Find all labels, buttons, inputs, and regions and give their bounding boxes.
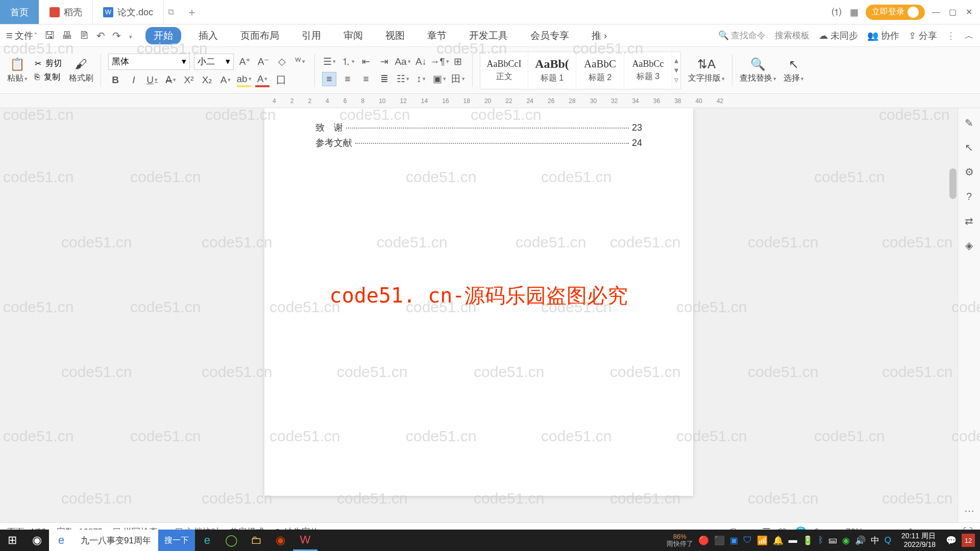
document-area[interactable]: 致 谢23 参考文献24 code51. cn-源码乐园盗图必究 <box>0 108 958 522</box>
tray-gpu-icon[interactable]: ▬ <box>789 535 797 545</box>
cursor-side-icon[interactable]: ↖ <box>963 141 976 154</box>
collab-button[interactable]: 👥 协作 <box>867 30 899 42</box>
task-browser-icon[interactable]: ◯ <box>219 530 244 551</box>
document-page[interactable]: 致 谢23 参考文献24 code51. cn-源码乐园盗图必究 <box>264 108 693 496</box>
style-expand-icon[interactable]: ▿ <box>674 75 678 85</box>
close-button[interactable]: ✕ <box>964 7 974 17</box>
ribbon-help-icon[interactable]: ⋮ <box>946 30 955 41</box>
scrollbar-thumb[interactable] <box>949 168 957 199</box>
tray-shield-icon[interactable]: 🛡 <box>743 535 752 545</box>
style-up-icon[interactable]: ▴ <box>674 56 678 65</box>
notification-badge[interactable]: 12 <box>962 534 975 547</box>
shrink-font-button[interactable]: A⁻ <box>256 55 271 69</box>
qat-preview-icon[interactable]: 🖹 <box>79 30 89 42</box>
align-left-button[interactable]: ≡ <box>322 72 336 86</box>
superscript-button[interactable]: X² <box>182 73 196 87</box>
line-spacing-button[interactable]: ↕ <box>414 72 428 86</box>
taskbar-search[interactable]: e 九一八事变91周年 搜一下 <box>49 530 195 551</box>
login-button[interactable]: 立即登录 <box>866 5 925 20</box>
tab-more[interactable]: 推 › <box>586 27 612 44</box>
tab-devtools[interactable]: 开发工具 <box>464 27 513 44</box>
start-button[interactable]: ⊞ <box>0 530 24 551</box>
format-painter-button[interactable]: 🖌格式刷 <box>69 57 93 84</box>
tray-bluetooth-icon[interactable]: ᛒ <box>818 535 823 545</box>
maximize-button[interactable]: ▢ <box>947 7 958 17</box>
tab-review[interactable]: 审阅 <box>338 27 368 44</box>
vertical-scrollbar[interactable] <box>948 112 958 510</box>
tab-stop-button[interactable]: →¶ <box>432 55 447 69</box>
phonetic-button[interactable]: ᵂ <box>293 55 307 69</box>
tab-start[interactable]: 开始 <box>145 27 181 44</box>
tray-q-icon[interactable]: Q <box>885 535 891 545</box>
tray-wifi-icon[interactable]: 📶 <box>757 535 768 546</box>
shading-button[interactable]: ▣ <box>432 72 447 86</box>
tab-view[interactable]: 视图 <box>380 27 410 44</box>
sort-button[interactable]: A↓ <box>414 55 428 69</box>
change-case-button[interactable]: Aa <box>396 55 410 69</box>
tray-sound-icon[interactable]: 🔊 <box>855 535 866 546</box>
font-color-button[interactable]: A <box>255 73 270 87</box>
increase-indent-button[interactable]: ⇥ <box>377 55 391 69</box>
align-center-button[interactable]: ≡ <box>340 72 355 86</box>
minimize-button[interactable]: — <box>931 7 941 17</box>
tray-icon-2[interactable]: ⬛ <box>714 535 725 546</box>
align-right-button[interactable]: ≡ <box>359 72 373 86</box>
settings-icon[interactable]: ⚙ <box>963 165 976 179</box>
qat-more[interactable] <box>128 30 132 42</box>
search-go-button[interactable]: 搜一下 <box>158 530 195 551</box>
paste-button[interactable]: 📋粘贴 <box>7 57 28 84</box>
more-side-icon[interactable]: ⋯ <box>963 504 976 517</box>
clear-format-button[interactable]: ◇ <box>275 55 289 69</box>
qat-save-icon[interactable]: 🖫 <box>44 30 55 42</box>
search-command[interactable]: 🔍 查找命令 <box>718 30 766 41</box>
text-effects-button[interactable]: A <box>218 73 233 87</box>
ribbon-collapse-icon[interactable]: ︿ <box>965 30 974 42</box>
style-h1[interactable]: AaBb(标题 1 <box>528 52 576 89</box>
task-wps-icon[interactable]: W <box>293 530 317 551</box>
file-menu[interactable]: 文件˅ <box>15 30 37 42</box>
tab-new[interactable]: ＋ <box>178 0 206 24</box>
decrease-indent-button[interactable]: ⇤ <box>359 55 373 69</box>
tab-split-icon[interactable]: ⧉ <box>168 7 174 17</box>
borders-button[interactable]: 田 <box>451 72 465 86</box>
text-direction-button[interactable]: ⇅A文字排版 <box>688 57 725 84</box>
qat-undo-icon[interactable]: ↶ <box>96 30 105 42</box>
font-size-select[interactable]: 小二▾ <box>194 54 234 70</box>
tab-member[interactable]: 会员专享 <box>525 27 574 44</box>
show-marks-button[interactable]: ⊞ <box>451 55 465 69</box>
align-justify-button[interactable]: ≣ <box>377 72 391 86</box>
copy-button[interactable]: ⎘复制 <box>35 72 62 83</box>
hamburger-icon[interactable]: ≡ <box>6 29 13 42</box>
search-template[interactable]: 搜索模板 <box>775 30 810 41</box>
apps-icon[interactable]: ▦ <box>848 7 860 18</box>
tab-insert[interactable]: 插入 <box>193 27 223 44</box>
subscript-button[interactable]: X₂ <box>200 73 214 87</box>
cortana-icon[interactable]: ◉ <box>24 530 49 551</box>
char-border-button[interactable]: 囗 <box>274 73 288 87</box>
tab-home[interactable]: 首页 <box>0 0 39 24</box>
diamond-icon[interactable]: ◈ <box>963 239 976 252</box>
select-button[interactable]: ↖选择 <box>783 57 804 84</box>
pen-icon[interactable]: ✎ <box>963 116 976 130</box>
task-edge-icon[interactable]: e <box>195 530 219 551</box>
font-name-select[interactable]: 黑体▾ <box>108 54 190 70</box>
tray-icon-1[interactable]: 🔴 <box>698 535 709 546</box>
tray-usb-icon[interactable]: 🖴 <box>828 535 837 545</box>
help-side-icon[interactable]: ? <box>963 190 976 203</box>
tab-chapter[interactable]: 章节 <box>422 27 452 44</box>
style-down-icon[interactable]: ▾ <box>674 65 678 75</box>
layout-1-icon[interactable]: ⑴ <box>831 7 842 18</box>
horizontal-ruler[interactable]: 4224681012141618202224262830323436384042 <box>0 94 980 108</box>
grow-font-button[interactable]: A⁺ <box>238 55 252 69</box>
tab-page-layout[interactable]: 页面布局 <box>235 27 284 44</box>
qat-redo-icon[interactable]: ↷ <box>112 30 121 42</box>
numbered-list-button[interactable]: ⒈ <box>340 55 355 69</box>
tab-daoke[interactable]: 稻壳 <box>39 0 93 24</box>
underline-button[interactable]: U <box>145 73 159 87</box>
tray-battery-icon[interactable]: 🔋 <box>802 535 813 546</box>
taskbar-clock[interactable]: 20:11 周日2022/9/18 <box>896 532 941 549</box>
qat-print-icon[interactable]: 🖶 <box>62 30 72 42</box>
tray-bell-icon[interactable]: 🔔 <box>773 535 783 546</box>
translate-icon[interactable]: ⇄ <box>963 214 976 228</box>
tray-360-icon[interactable]: ◉ <box>842 535 850 546</box>
